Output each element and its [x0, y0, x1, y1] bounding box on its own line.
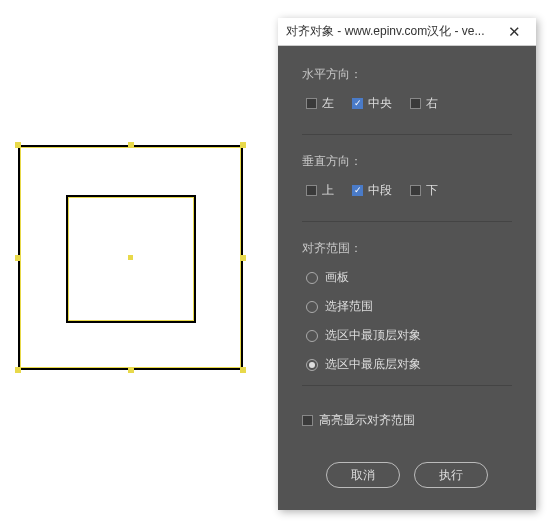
radio-label: 选区中最顶层对象 — [325, 327, 421, 344]
checkbox-label: 中央 — [368, 95, 392, 112]
horizontal-options: 左 中央 右 — [302, 95, 512, 112]
checkbox-icon — [306, 185, 317, 196]
checkbox-align-center[interactable]: 中央 — [352, 95, 392, 112]
selection-handle[interactable] — [128, 142, 134, 148]
selection-handle[interactable] — [128, 367, 134, 373]
dialog-button-row: 取消 执行 — [278, 446, 536, 510]
button-label: 取消 — [351, 467, 375, 484]
checkbox-align-right[interactable]: 右 — [410, 95, 438, 112]
checkbox-icon — [306, 98, 317, 109]
divider — [302, 134, 512, 135]
selection-handle[interactable] — [240, 142, 246, 148]
checkbox-label: 下 — [426, 182, 438, 199]
checkbox-icon — [410, 98, 421, 109]
cancel-button[interactable]: 取消 — [326, 462, 400, 488]
selection-handle[interactable] — [15, 255, 21, 261]
checkbox-icon — [352, 185, 363, 196]
selection-handle[interactable] — [240, 255, 246, 261]
radio-icon — [306, 272, 318, 284]
dialog-titlebar[interactable]: 对齐对象 - www.epinv.com汉化 - ve... ✕ — [278, 18, 536, 46]
checkbox-icon — [352, 98, 363, 109]
radio-bottommost[interactable]: 选区中最底层对象 — [306, 356, 512, 373]
radio-icon — [306, 301, 318, 313]
scope-label: 对齐范围： — [302, 240, 512, 257]
vertical-label: 垂直方向： — [302, 153, 512, 170]
align-objects-dialog: 对齐对象 - www.epinv.com汉化 - ve... ✕ 水平方向： 左… — [278, 18, 536, 510]
checkbox-align-middle[interactable]: 中段 — [352, 182, 392, 199]
scope-radio-group: 画板 选择范围 选区中最顶层对象 选区中最底层对象 — [302, 269, 512, 373]
checkbox-label: 右 — [426, 95, 438, 112]
radio-label: 画板 — [325, 269, 349, 286]
radio-icon — [306, 330, 318, 342]
dialog-title: 对齐对象 - www.epinv.com汉化 - ve... — [286, 23, 500, 40]
checkbox-label: 高亮显示对齐范围 — [319, 412, 415, 429]
execute-button[interactable]: 执行 — [414, 462, 488, 488]
selection-handle[interactable] — [15, 142, 21, 148]
radio-label: 选区中最底层对象 — [325, 356, 421, 373]
close-icon: ✕ — [508, 23, 521, 41]
checkbox-icon — [302, 415, 313, 426]
radio-icon — [306, 359, 318, 371]
selection-center-mark — [128, 255, 133, 260]
checkbox-align-top[interactable]: 上 — [306, 182, 334, 199]
checkbox-label: 左 — [322, 95, 334, 112]
radio-topmost[interactable]: 选区中最顶层对象 — [306, 327, 512, 344]
radio-artboard[interactable]: 画板 — [306, 269, 512, 286]
checkbox-label: 中段 — [368, 182, 392, 199]
horizontal-label: 水平方向： — [302, 66, 512, 83]
radio-label: 选择范围 — [325, 298, 373, 315]
checkbox-icon — [410, 185, 421, 196]
button-label: 执行 — [439, 467, 463, 484]
radio-selection[interactable]: 选择范围 — [306, 298, 512, 315]
divider — [302, 221, 512, 222]
divider — [302, 385, 512, 386]
checkbox-align-bottom[interactable]: 下 — [410, 182, 438, 199]
selection-handle[interactable] — [240, 367, 246, 373]
checkbox-highlight-scope[interactable]: 高亮显示对齐范围 — [302, 412, 512, 429]
checkbox-label: 上 — [322, 182, 334, 199]
canvas-selection — [18, 145, 243, 370]
vertical-options: 上 中段 下 — [302, 182, 512, 199]
close-button[interactable]: ✕ — [500, 18, 528, 46]
checkbox-align-left[interactable]: 左 — [306, 95, 334, 112]
selection-handle[interactable] — [15, 367, 21, 373]
dialog-body: 水平方向： 左 中央 右 垂直方向： 上 — [278, 46, 536, 446]
